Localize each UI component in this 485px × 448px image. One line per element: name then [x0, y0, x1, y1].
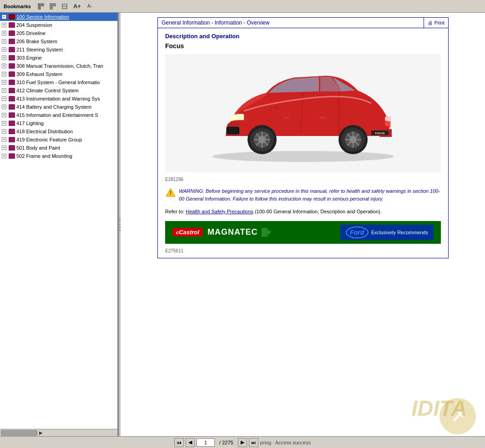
expand-501[interactable]: + — [1, 145, 7, 151]
expand-418[interactable]: + — [1, 128, 7, 135]
book-icon-413 — [9, 96, 15, 101]
sidebar-item-417[interactable]: + 417 Lighting — [0, 119, 117, 127]
collapse-current-btn[interactable] — [59, 1, 70, 11]
book-icon-303 — [9, 55, 15, 60]
watermark-text: IDITA — [411, 396, 467, 421]
castrol-section: cCastrol MAGNATEC — [172, 227, 271, 237]
sidebar-label-204: 204 Suspension — [16, 22, 52, 28]
recommends-text: Exclusively Recommends — [371, 230, 428, 235]
sidebar-hscrollbar[interactable]: ▶ — [0, 429, 117, 436]
sidebar-item-211[interactable]: + 211 Steering System — [0, 45, 117, 54]
sidebar-item-308[interactable]: + 308 Manual Transmission, Clutch, Tran — [0, 62, 117, 70]
svg-text:!: ! — [170, 190, 172, 196]
expand-211[interactable]: + — [1, 46, 7, 53]
page-body: Description and Operation Focus — [158, 28, 448, 258]
sidebar-item-303[interactable]: + 303 Engine — [0, 54, 117, 62]
expand-417[interactable]: + — [1, 120, 7, 126]
sidebar-label-501: 501 Body and Paint — [16, 145, 60, 151]
expand-413[interactable]: + — [1, 96, 7, 102]
page-container: General Information - Information - Over… — [157, 17, 449, 258]
main-layout: + 100 Service Information + 204 Suspensi… — [0, 13, 485, 436]
sidebar-label-414: 414 Battery and Charging System — [16, 104, 91, 110]
sidebar-label-418: 418 Electrical Distribution — [16, 129, 73, 134]
warning-text: WARNING: Before beginning any service pr… — [179, 187, 441, 202]
expand-204[interactable]: + — [1, 22, 7, 28]
sidebar-item-204[interactable]: + 204 Suspension — [0, 21, 117, 29]
magnatec-text: MAGNATEC — [207, 227, 258, 237]
sidebar-label-310: 310 Fuel System - General Informatio — [16, 80, 100, 85]
expand-all-btn[interactable] — [35, 1, 46, 11]
castrol-logo: cCastrol — [172, 228, 203, 237]
svg-point-17 — [212, 151, 394, 162]
print-icon: 🖨 — [428, 20, 433, 25]
ford-section: Ford Exclusively Recommends — [340, 225, 434, 240]
sidebar-item-415[interactable]: + 415 Information and Entertainment S — [0, 111, 117, 119]
content-area: General Information - Information - Over… — [121, 13, 485, 436]
nav-last-btn[interactable]: ⏭ — [249, 438, 258, 447]
sidebar-item-309[interactable]: + 309 Exhaust System — [0, 70, 117, 78]
book-icon-412 — [9, 88, 15, 93]
sidebar-item-206[interactable]: + 206 Brake System — [0, 37, 117, 45]
expand-205[interactable]: + — [1, 30, 7, 36]
collapse-all-btn[interactable] — [47, 1, 58, 11]
nav-next-btn[interactable]: ▶ — [238, 438, 247, 447]
expand-414[interactable]: + — [1, 104, 7, 110]
ford-text: Ford — [350, 229, 364, 236]
sidebar-label-100: 100 Service Information — [16, 14, 69, 20]
page-number-input[interactable] — [197, 438, 215, 447]
nav-prev-btn[interactable]: ◀ — [186, 438, 195, 447]
book-icon-502 — [9, 153, 15, 159]
expand-419[interactable]: + — [1, 136, 7, 143]
sidebar-label-417: 417 Lighting — [16, 121, 44, 126]
svg-rect-43 — [319, 117, 326, 119]
sidebar-label-413: 413 Instrumentation and Warning Sys — [16, 96, 100, 101]
nav-first-btn[interactable]: ⏮ — [174, 438, 184, 447]
sidebar-item-414[interactable]: + 414 Battery and Charging System — [0, 103, 117, 111]
expand-310[interactable]: + — [1, 79, 7, 86]
sidebar-label-308: 308 Manual Transmission, Clutch, Tran — [16, 63, 103, 69]
sidebar-item-419[interactable]: + 419 Electronic Feature Group — [0, 136, 117, 144]
expand-412[interactable]: + — [1, 87, 7, 94]
sidebar-item-502[interactable]: + 502 Frame and Mounting — [0, 152, 117, 160]
sidebar-item-413[interactable]: + 413 Instrumentation and Warning Sys — [0, 95, 117, 103]
book-icon-417 — [9, 121, 15, 126]
collapse-all-icon — [50, 3, 56, 10]
warning-box: ! WARNING: Before beginning any service … — [165, 187, 441, 202]
print-button[interactable]: 🖨 Print — [424, 18, 448, 28]
expand-309[interactable]: + — [1, 71, 7, 77]
book-icon-310 — [9, 80, 15, 85]
expand-415[interactable]: + — [1, 112, 7, 118]
toolbar-section-title: Bookmarks — [2, 4, 33, 9]
expand-303[interactable]: + — [1, 55, 7, 61]
book-icon-205 — [9, 30, 15, 36]
sidebar-item-412[interactable]: + 412 Climate Control System — [0, 86, 117, 95]
health-safety-link[interactable]: Health and Safety Precautions — [186, 209, 253, 214]
expand-502[interactable]: + — [1, 153, 7, 159]
page-header: General Information - Information - Over… — [158, 18, 448, 28]
expand-100[interactable]: + — [1, 14, 7, 20]
expand-206[interactable]: + — [1, 38, 7, 45]
font-larger-btn[interactable]: A+ — [71, 1, 83, 11]
sidebar-item-100[interactable]: + 100 Service Information — [0, 13, 117, 21]
sidebar-label-309: 309 Exhaust System — [16, 71, 62, 77]
page-header-title: General Information - Information - Over… — [158, 18, 424, 28]
image-caption-bottom: E275611 — [165, 248, 441, 253]
sidebar-item-205[interactable]: + 205 Driveline — [0, 29, 117, 37]
sidebar-label-211: 211 Steering System — [16, 47, 63, 52]
sidebar-item-418[interactable]: + 418 Electrical Distribution — [0, 127, 117, 136]
font-smaller-btn[interactable]: A- — [84, 1, 95, 11]
book-icon-206 — [9, 39, 15, 44]
sidebar-item-501[interactable]: + 501 Body and Paint — [0, 144, 117, 152]
vehicle-title: Focus — [165, 42, 441, 50]
book-icon-308 — [9, 63, 15, 69]
book-icon-414 — [9, 104, 15, 110]
sidebar-tree: + 100 Service Information + 204 Suspensi… — [0, 13, 117, 429]
sidebar-item-310[interactable]: + 310 Fuel System - General Informatio — [0, 78, 117, 86]
sidebar-label-205: 205 Driveline — [16, 30, 45, 36]
sidebar-label-303: 303 Engine — [16, 55, 42, 60]
book-icon-309 — [9, 71, 15, 77]
car-image: FOCUS — [203, 63, 403, 163]
expand-308[interactable]: + — [1, 63, 7, 69]
bottom-nav-bar: ⏮ ◀ / 2275 ▶ ⏭ pring · Access success — [0, 436, 485, 448]
book-icon-100 — [9, 14, 15, 20]
